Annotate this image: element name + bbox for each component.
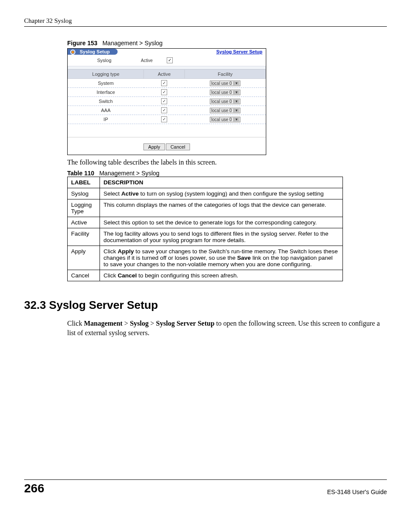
th-label: LABEL — [68, 177, 100, 188]
table-row: IP ✓ local use 0▼ — [68, 115, 266, 124]
col-logging-type: Logging type — [68, 70, 144, 79]
col-active: Active — [144, 70, 185, 79]
row-type: IP — [68, 115, 144, 124]
table-row: System ✓ local use 0▼ — [68, 79, 266, 88]
cell-desc: The log facility allows you to send logs… — [100, 228, 343, 246]
active-label: Active — [141, 58, 167, 63]
syslog-active-checkbox[interactable]: ✓ — [167, 57, 173, 63]
row-active-checkbox[interactable]: ✓ — [161, 107, 167, 113]
cell-label: Active — [68, 217, 100, 228]
col-facility: Facility — [185, 70, 266, 79]
table-row: Interface ✓ local use 0▼ — [68, 88, 266, 97]
table-row: Switch ✓ local use 0▼ — [68, 97, 266, 106]
facility-select[interactable]: local use 0▼ — [210, 99, 240, 104]
cell-desc: Select this option to set the device to … — [100, 217, 343, 228]
page-footer: 266 ES-3148 User's Guide — [24, 479, 387, 495]
table-row: Syslog Select Active to turn on syslog (… — [68, 188, 343, 199]
row-active-checkbox[interactable]: ✓ — [161, 98, 167, 104]
row-active-checkbox[interactable]: ✓ — [161, 80, 167, 86]
table-caption: Table 110 Management > Syslog — [67, 170, 387, 177]
figure-label: Figure 153 — [67, 40, 97, 47]
facility-select[interactable]: local use 0▼ — [210, 117, 240, 122]
figure-title: Management > Syslog — [103, 40, 163, 47]
row-active-checkbox[interactable]: ✓ — [161, 116, 167, 122]
syslog-server-setup-link[interactable]: Syslog Server Setup — [216, 49, 262, 54]
row-type: System — [68, 79, 144, 88]
table-title: Management > Syslog — [99, 170, 159, 177]
cell-label: Logging Type — [68, 199, 100, 217]
cancel-button[interactable]: Cancel — [166, 143, 190, 150]
table-row: AAA ✓ local use 0▼ — [68, 106, 266, 115]
chevron-down-icon: ▼ — [234, 109, 239, 112]
facility-select[interactable]: local use 0▼ — [210, 90, 240, 95]
cell-desc: Click Cancel to begin configuring this s… — [100, 270, 343, 281]
cell-desc: Select Active to turn on syslog (system … — [100, 188, 343, 199]
syslog-label: Syslog — [68, 58, 141, 63]
cell-label: Apply — [68, 246, 100, 270]
logging-table: Logging type Active Facility System ✓ lo… — [68, 69, 266, 124]
table-label: Table 110 — [67, 170, 94, 177]
syslog-setup-tab[interactable]: Syslog Setup — [68, 49, 118, 55]
chevron-down-icon: ▼ — [234, 90, 239, 94]
cell-label: Syslog — [68, 188, 100, 199]
table-row: Active Select this option to set the dev… — [68, 217, 343, 228]
cell-desc: Click Apply to save your changes to the … — [100, 246, 343, 270]
section-paragraph: Click Management > Syslog > Syslog Serve… — [67, 319, 387, 337]
cell-desc: This column displays the names of the ca… — [100, 199, 343, 217]
intro-paragraph: The following table describes the labels… — [67, 159, 387, 166]
syslog-setup-screenshot: Syslog Setup Syslog Server Setup Syslog … — [67, 48, 266, 155]
facility-select[interactable]: local use 0▼ — [210, 81, 240, 86]
figure-caption: Figure 153 Management > Syslog — [67, 40, 387, 47]
chevron-down-icon: ▼ — [234, 118, 239, 121]
cell-label: Facility — [68, 228, 100, 246]
table-row: Cancel Click Cancel to begin configuring… — [68, 270, 343, 281]
chapter-header: Chapter 32 Syslog — [24, 17, 387, 27]
table-row: Facility The log facility allows you to … — [68, 228, 343, 246]
table-row: Logging Type This column displays the na… — [68, 199, 343, 217]
table-row: Apply Click Apply to save your changes t… — [68, 246, 343, 270]
row-type: Interface — [68, 88, 144, 97]
facility-select[interactable]: local use 0▼ — [210, 108, 240, 113]
row-active-checkbox[interactable]: ✓ — [161, 89, 167, 95]
section-heading: 32.3 Syslog Server Setup — [24, 299, 387, 312]
chevron-down-icon: ▼ — [234, 100, 239, 103]
chevron-down-icon: ▼ — [234, 81, 239, 85]
row-type: Switch — [68, 97, 144, 106]
description-table: LABEL DESCRIPTION Syslog Select Active t… — [67, 177, 343, 281]
apply-button[interactable]: Apply — [143, 143, 165, 150]
row-type: AAA — [68, 106, 144, 115]
cell-label: Cancel — [68, 270, 100, 281]
th-desc: DESCRIPTION — [100, 177, 343, 188]
guide-name: ES-3148 User's Guide — [327, 488, 387, 495]
page-number: 266 — [24, 482, 44, 495]
